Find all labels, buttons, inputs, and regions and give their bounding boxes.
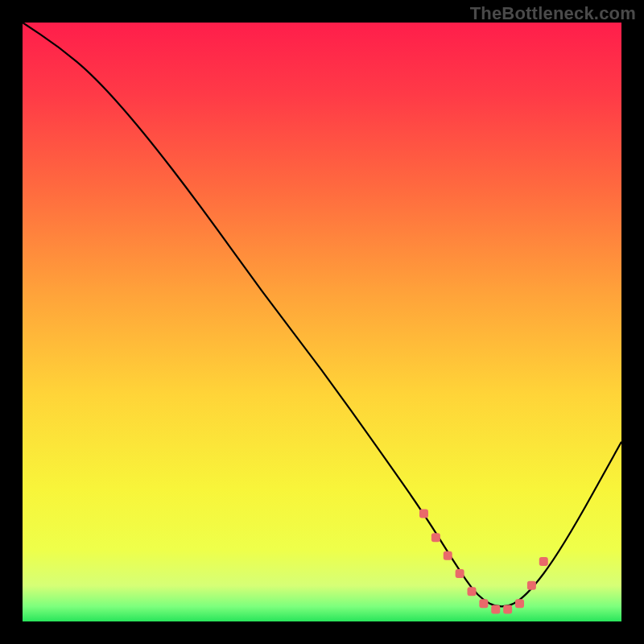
optimal-marker xyxy=(444,551,452,560)
optimal-marker xyxy=(456,569,464,578)
optimal-marker xyxy=(539,557,548,566)
watermark-text: TheBottleneck.com xyxy=(470,3,636,24)
optimal-marker xyxy=(527,581,536,590)
optimal-marker xyxy=(515,599,524,608)
optimal-marker xyxy=(431,533,440,542)
optimal-marker xyxy=(503,605,512,614)
optimal-marker xyxy=(468,587,477,596)
optimal-marker xyxy=(419,510,428,518)
optimal-marker xyxy=(479,599,488,608)
bottleneck-chart xyxy=(0,0,644,644)
chart-frame: TheBottleneck.com xyxy=(0,0,644,644)
optimal-marker xyxy=(491,605,500,614)
plot-background xyxy=(23,23,621,621)
